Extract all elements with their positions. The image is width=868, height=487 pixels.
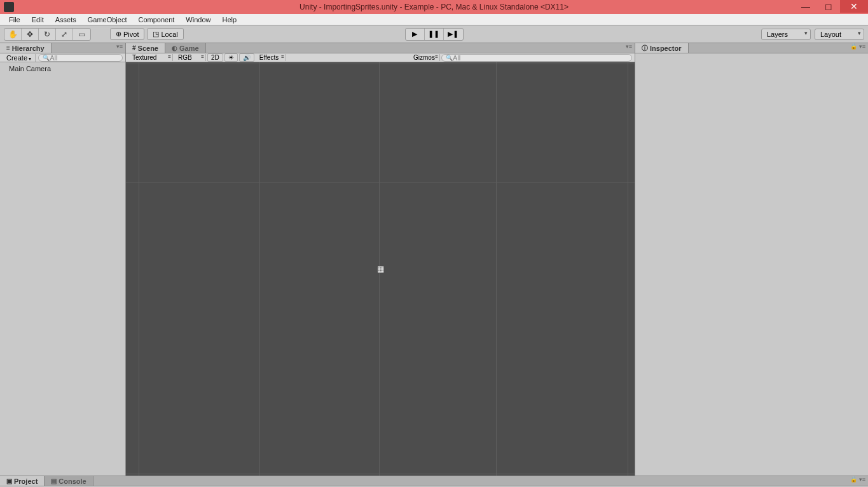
grid-line xyxy=(126,64,635,64)
play-controls: ▶ ❚❚ ▶❚ xyxy=(405,28,464,41)
menu-edit[interactable]: Edit xyxy=(27,15,49,25)
menu-component[interactable]: Component xyxy=(133,15,179,25)
rotate-tool[interactable]: ↻ xyxy=(39,29,56,40)
inspector-tabs: ⓘInspector 🔒 ▾≡ xyxy=(635,43,868,53)
inspector-panel: ⓘInspector 🔒 ▾≡ xyxy=(635,43,868,476)
audio-toggle[interactable]: 🔊 xyxy=(239,53,254,62)
project-tab[interactable]: ▣Project xyxy=(0,476,45,486)
scene-panel: #Scene ◐Game ▾≡ Textured RGB 2D ☀ 🔊 Effe… xyxy=(126,43,635,476)
hierarchy-item-main-camera[interactable]: Main Camera xyxy=(1,64,124,74)
grid-line xyxy=(126,182,635,182)
lighting-toggle[interactable]: ☀ xyxy=(224,53,238,62)
menu-help[interactable]: Help xyxy=(217,15,242,25)
scene-toolbar: Textured RGB 2D ☀ 🔊 Effects Gizmos 🔍All xyxy=(126,53,635,62)
pivot-toggle[interactable]: ⊕ Pivot xyxy=(110,28,144,40)
menu-file[interactable]: File xyxy=(4,15,25,25)
minimize-button[interactable]: — xyxy=(794,0,817,13)
pause-button[interactable]: ❚❚ xyxy=(425,29,444,40)
grid-line xyxy=(259,62,260,476)
gizmos-dropdown[interactable]: Gizmos xyxy=(410,54,440,61)
hierarchy-icon: ≡ xyxy=(6,45,10,51)
hierarchy-tab[interactable]: ≡Hierarchy xyxy=(0,43,52,53)
menu-assets[interactable]: Assets xyxy=(50,15,81,25)
play-button[interactable]: ▶ xyxy=(406,29,425,40)
hierarchy-panel: ≡Hierarchy ▾≡ Create 🔍All Main Camera xyxy=(0,43,126,476)
layers-dropdown[interactable]: Layers xyxy=(761,29,811,40)
hierarchy-create-dropdown[interactable]: Create xyxy=(3,54,36,62)
unity-logo-icon xyxy=(4,2,14,12)
scene-tab[interactable]: #Scene xyxy=(126,43,165,53)
console-tab[interactable]: ▤Console xyxy=(45,476,93,486)
window-controls: — ◻ ✕ xyxy=(794,0,868,13)
project-icon: ▣ xyxy=(6,477,12,484)
close-button[interactable]: ✕ xyxy=(840,0,868,13)
window-titlebar: Unity - ImportingSprites.unity - Example… xyxy=(0,0,868,14)
transform-tool-group: ✋ ✥ ↻ ⤢ ▭ xyxy=(4,28,91,41)
hierarchy-tabs: ≡Hierarchy ▾≡ xyxy=(0,43,125,53)
hand-tool[interactable]: ✋ xyxy=(4,29,22,40)
layout-dropdown[interactable]: Layout xyxy=(815,29,864,40)
move-tool[interactable]: ✥ xyxy=(22,29,39,40)
hierarchy-body[interactable]: Main Camera xyxy=(0,62,125,476)
maximize-button[interactable]: ◻ xyxy=(817,0,840,13)
mode-2d-toggle[interactable]: 2D xyxy=(207,53,223,62)
game-icon: ◐ xyxy=(172,45,177,51)
window-title: Unity - ImportingSprites.unity - Example… xyxy=(300,3,568,11)
project-area: ▣Project ▤Console 🔒 ▾≡ Create 🔍 ◉ 🏷 ★ ▾★… xyxy=(0,476,868,487)
inspector-icon: ⓘ xyxy=(642,44,648,53)
grid-line xyxy=(628,62,628,476)
main-toolbar: ✋ ✥ ↻ ⤢ ▭ ⊕ Pivot ◳ Local ▶ ❚❚ ▶❚ Layers… xyxy=(0,25,868,43)
inspector-tab[interactable]: ⓘInspector xyxy=(635,43,689,53)
panel-lock-icon[interactable]: 🔒 ▾≡ xyxy=(850,43,865,50)
step-button[interactable]: ▶❚ xyxy=(444,29,463,40)
scene-icon: # xyxy=(132,45,136,51)
panel-lock-icon[interactable]: 🔒 ▾≡ xyxy=(850,476,865,483)
menu-gameobject[interactable]: GameObject xyxy=(83,15,132,25)
menubar: File Edit Assets GameObject Component Wi… xyxy=(0,14,868,25)
grid-line xyxy=(126,474,635,474)
grid-line xyxy=(139,62,139,476)
pivot-group: ⊕ Pivot ◳ Local xyxy=(110,28,184,40)
console-icon: ▤ xyxy=(51,477,57,484)
project-header: ▣Project ▤Console 🔒 ▾≡ Create 🔍 ◉ 🏷 ★ xyxy=(0,476,868,487)
project-tabs: ▣Project ▤Console 🔒 ▾≡ xyxy=(0,476,868,486)
toolbar-right: Layers Layout xyxy=(761,29,864,40)
rgb-dropdown[interactable]: RGB xyxy=(174,54,206,61)
scene-view[interactable]: ▦ xyxy=(126,62,635,476)
panel-options-icon[interactable]: ▾≡ xyxy=(116,43,123,50)
game-tab[interactable]: ◐Game xyxy=(165,43,206,53)
scene-tabs: #Scene ◐Game ▾≡ xyxy=(126,43,635,53)
local-toggle[interactable]: ◳ Local xyxy=(147,28,183,40)
menu-window[interactable]: Window xyxy=(181,15,216,25)
hierarchy-toolbar: Create 🔍All xyxy=(0,53,125,62)
scale-tool[interactable]: ⤢ xyxy=(56,29,73,40)
panel-options-icon[interactable]: ▾≡ xyxy=(626,43,632,50)
rect-tool[interactable]: ▭ xyxy=(73,29,90,40)
scene-search[interactable]: 🔍All xyxy=(441,54,632,62)
shading-mode-dropdown[interactable]: Textured xyxy=(128,54,173,61)
grid-line xyxy=(496,62,497,476)
hierarchy-search[interactable]: 🔍All xyxy=(38,54,123,62)
camera-gizmo-icon[interactable]: ▦ xyxy=(377,264,384,273)
effects-dropdown[interactable]: Effects xyxy=(256,54,286,61)
